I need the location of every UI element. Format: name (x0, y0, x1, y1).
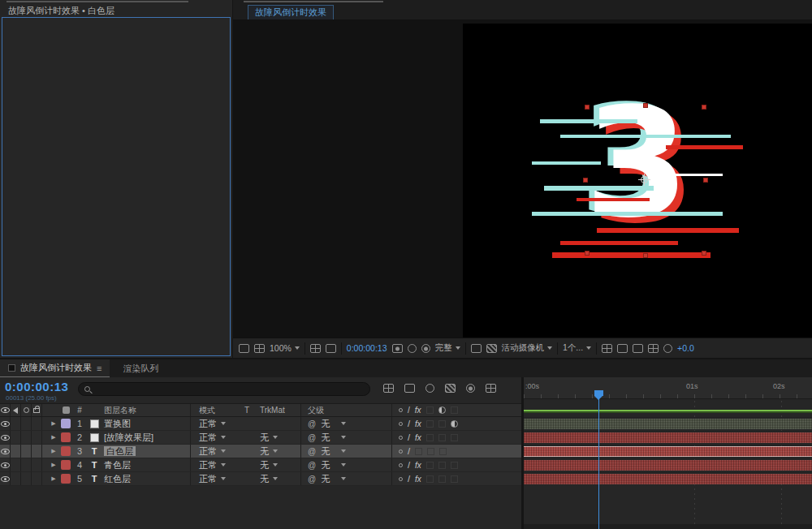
layer-name-column-header[interactable]: 图层名称 (102, 405, 190, 416)
parent-column-header[interactable]: 父级 (300, 404, 391, 416)
timeline-column-header[interactable]: # 图层名称 模式 T TrkMat 父级 / fx (0, 403, 521, 417)
frame-blend-switch[interactable] (415, 448, 422, 455)
current-timecode[interactable]: 0:00:00:13 (5, 380, 68, 394)
region-of-interest-icon[interactable] (471, 344, 482, 353)
resolution-select[interactable]: 完整 (435, 342, 460, 354)
transparency-grid-icon[interactable] (486, 344, 497, 353)
lock-toggle[interactable] (32, 431, 42, 444)
fx-switch[interactable]: fx (415, 433, 421, 442)
search-input[interactable] (78, 382, 370, 396)
preview-timecode[interactable]: 0:00:00:13 (347, 343, 387, 353)
lock-toggle[interactable] (32, 417, 42, 430)
shy-switch[interactable] (399, 422, 403, 426)
camera-view-select[interactable]: 活动摄像机 (502, 342, 553, 354)
layer-bar[interactable] (524, 419, 812, 429)
layer-switches[interactable]: / (391, 445, 521, 458)
quality-switch[interactable]: / (408, 474, 410, 484)
shy-icon[interactable] (425, 384, 434, 393)
adjustment-layer-switch[interactable] (451, 420, 458, 428)
selection-handle[interactable] (703, 178, 708, 183)
selection-handle[interactable] (583, 178, 588, 183)
solo-toggle[interactable] (21, 445, 32, 458)
expand-arrow-icon[interactable]: ▶ (49, 475, 58, 482)
timeline-tab-active[interactable]: 故障风倒计时效果 ≡ (0, 359, 110, 377)
solo-toggle[interactable] (21, 472, 32, 485)
fx-switch[interactable]: fx (415, 475, 421, 484)
parent-select[interactable]: @无 (300, 445, 391, 458)
panel-menu-icon[interactable]: ≡ (97, 363, 102, 373)
threed-switch[interactable] (451, 462, 458, 469)
audio-toggle[interactable] (11, 458, 21, 471)
trkmat-t-column-header[interactable]: T (242, 406, 252, 415)
trkmat-select[interactable]: 无 (252, 445, 300, 458)
graph-editor-icon[interactable] (486, 384, 496, 393)
trkmat-column-header[interactable]: TrkMat (252, 404, 300, 416)
layer-switches[interactable]: / fx (391, 431, 521, 444)
pickwhip-icon[interactable]: @ (308, 447, 316, 456)
time-ruler[interactable]: :00s 01s 02s (524, 377, 812, 399)
layer-switches[interactable]: / fx (391, 472, 521, 485)
pickwhip-icon[interactable]: @ (308, 433, 316, 442)
parent-select[interactable]: @无 (300, 417, 391, 430)
visibility-toggle[interactable] (0, 445, 11, 458)
flowchart-icon[interactable] (383, 384, 394, 393)
effect-controls-tab[interactable]: 故障风倒计时效果 • 白色层 (8, 5, 114, 17)
parent-select[interactable]: @无 (300, 431, 391, 444)
layer-name[interactable]: 红色层 (102, 473, 190, 485)
track-area[interactable]: :00s 01s 02s (524, 377, 812, 529)
motion-blur-switch[interactable] (427, 448, 434, 455)
layer-name[interactable]: 青色层 (102, 459, 190, 471)
mode-column-header[interactable]: 模式 (190, 404, 242, 416)
visibility-toggle[interactable] (0, 417, 11, 430)
expand-arrow-icon[interactable]: ▶ (49, 420, 58, 427)
layer-bar[interactable] (524, 432, 812, 443)
fx-switch[interactable]: fx (415, 419, 421, 428)
snapshot-icon[interactable] (392, 344, 403, 353)
motion-blur-switch[interactable] (438, 462, 446, 469)
blend-mode-select[interactable]: 正常 (190, 458, 242, 471)
layer-name[interactable]: 置换图 (102, 418, 190, 430)
exposure-value[interactable]: +0.0 (677, 343, 694, 353)
layer-row[interactable]: ▶ 2 [故障效果层] 正常 无 @无 / fx (0, 431, 521, 445)
solo-toggle[interactable] (21, 417, 32, 430)
expand-arrow-icon[interactable]: ▶ (49, 448, 58, 454)
expand-arrow-icon[interactable]: ▶ (49, 462, 58, 468)
layer-row[interactable]: ▶ 4 T 青色层 正常 无 @无 / fx (0, 458, 521, 472)
solo-toggle[interactable] (21, 431, 32, 444)
blend-mode-select[interactable]: 正常 (190, 431, 242, 444)
playhead-handle[interactable] (594, 390, 603, 396)
selection-handle[interactable] (585, 251, 590, 256)
audio-toggle[interactable] (11, 472, 21, 485)
fast-previews-icon[interactable] (617, 344, 628, 353)
selection-handle[interactable] (643, 253, 648, 258)
expand-arrow-icon[interactable]: ▶ (49, 434, 58, 441)
solo-toggle[interactable] (21, 458, 32, 471)
layer-row-selected[interactable]: ▶ 3 T 白色层 正常 无 @无 / (0, 445, 521, 458)
layer-bar-selected[interactable] (524, 446, 812, 457)
selection-handle[interactable] (643, 103, 648, 108)
composition-viewport[interactable]: 3 3 3 (233, 19, 812, 338)
layer-bar[interactable] (524, 460, 812, 471)
pickwhip-icon[interactable]: @ (308, 461, 316, 470)
composition-frame[interactable]: 3 3 3 (463, 24, 812, 338)
visibility-toggle[interactable] (0, 458, 11, 471)
trkmat-select[interactable]: 无 (252, 472, 300, 485)
draft-3d-icon[interactable] (404, 384, 415, 393)
pickwhip-icon[interactable]: @ (308, 419, 316, 428)
threed-switch[interactable] (451, 434, 458, 441)
motion-blur-switch[interactable] (438, 434, 446, 441)
grid-guides-icon[interactable] (310, 344, 321, 353)
threed-switch[interactable] (439, 448, 447, 455)
blend-mode-select[interactable]: 正常 (190, 417, 242, 430)
label-color-swatch[interactable] (58, 474, 73, 484)
layer-row[interactable]: ▶ 5 T 红色层 正常 无 @无 / fx (0, 472, 521, 486)
horizontal-scrollbar[interactable] (524, 524, 812, 529)
magnification-select[interactable]: 100% (270, 343, 300, 353)
timeline-button-icon[interactable] (633, 344, 643, 353)
label-color-swatch[interactable] (58, 446, 73, 456)
main-monitor-icon[interactable] (254, 344, 265, 353)
motion-blur-switch[interactable] (438, 475, 446, 483)
lock-toggle[interactable] (32, 445, 42, 458)
motion-blur-icon[interactable] (466, 384, 475, 393)
frame-blend-switch[interactable] (426, 420, 434, 428)
